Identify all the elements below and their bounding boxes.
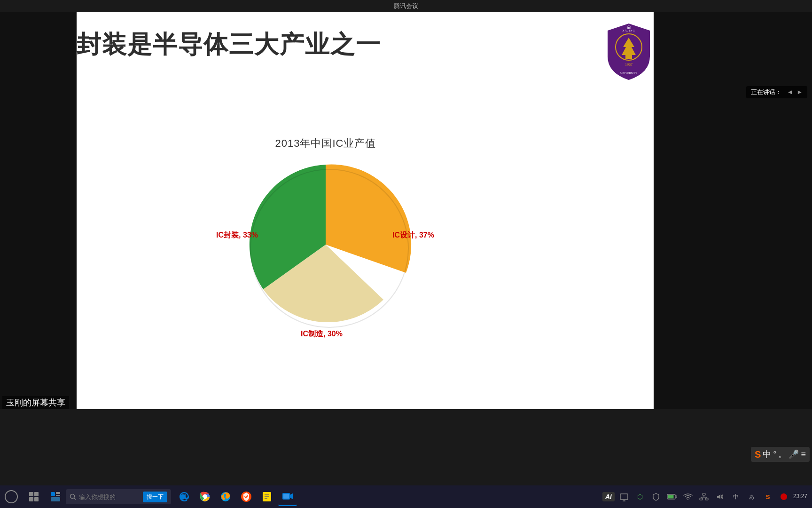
tray-icon-shield[interactable] (649, 490, 663, 503)
notes-icon[interactable] (258, 487, 276, 506)
sogou-icon-dot[interactable]: ° (773, 450, 776, 460)
speaker-arrow-right[interactable]: ► (796, 88, 803, 95)
svg-text:🏛: 🏛 (627, 25, 631, 30)
svg-rect-9 (34, 497, 39, 501)
right-panel (654, 0, 812, 409)
tray-icon-2[interactable]: ⬡ (633, 490, 647, 503)
sogou-icon-mic[interactable]: 🎤 (789, 449, 799, 460)
sogou-bar: S 中 ° 。 🎤 ≡ (751, 447, 810, 462)
slide-title: 封装是半导体三大产业之一 (77, 28, 381, 61)
svg-rect-25 (283, 494, 289, 499)
svg-point-14 (70, 494, 75, 499)
search-input[interactable] (79, 493, 140, 500)
screen-share-label: 玉刚的屏幕共享 (2, 396, 69, 409)
tencent-meeting-icon[interactable] (278, 487, 297, 506)
system-tray: Ai ⬡ (602, 490, 812, 503)
tray-icon-ime[interactable]: あ (745, 490, 758, 503)
svg-rect-6 (29, 492, 33, 496)
edge-icon[interactable] (175, 487, 194, 506)
svg-rect-7 (34, 492, 39, 496)
firefox-icon[interactable] (216, 487, 235, 506)
title-bar-text: 腾讯会议 (394, 2, 418, 10)
tray-icon-sogou[interactable]: S (761, 490, 774, 503)
sogou-icon-zh[interactable]: 中 (763, 449, 771, 460)
ai-button[interactable]: Ai (602, 492, 615, 501)
tray-icon-volume[interactable] (713, 490, 726, 503)
tray-icon-1[interactable] (617, 490, 631, 503)
speaker-arrow-left[interactable]: ◄ (787, 88, 793, 95)
tray-notification[interactable] (777, 490, 790, 503)
sogou-icon-more[interactable]: ≡ (801, 450, 806, 460)
start-button[interactable] (0, 485, 23, 508)
pie-chart (236, 155, 415, 343)
svg-rect-30 (668, 495, 673, 499)
svg-rect-33 (705, 498, 708, 500)
svg-rect-13 (51, 497, 60, 501)
start-circle-icon (5, 490, 18, 503)
pie-chart-container (77, 155, 575, 343)
security-icon[interactable] (237, 487, 256, 506)
chart-title: 2013年中国IC业产值 (77, 136, 575, 151)
svg-line-15 (74, 498, 76, 500)
svg-rect-12 (56, 495, 60, 496)
title-bar: 腾讯会议 (0, 0, 812, 12)
label-ic-design: IC设计, 37% (392, 230, 434, 240)
svg-rect-32 (700, 498, 703, 500)
svg-rect-10 (51, 492, 55, 496)
speaker-label: 正在讲话： ◄ ► (746, 86, 807, 98)
taskbar-apps (175, 487, 297, 506)
widgets-button[interactable] (45, 485, 66, 508)
sogou-icon-s[interactable]: S (755, 449, 761, 460)
tray-icon-wifi[interactable] (681, 490, 695, 503)
svg-rect-26 (620, 494, 628, 500)
svg-rect-31 (703, 493, 705, 495)
pie-slice-design (326, 165, 411, 273)
svg-point-38 (781, 493, 787, 500)
taskview-button[interactable] (23, 485, 45, 508)
time-display: 23:27 (793, 493, 807, 500)
svg-point-17 (203, 495, 207, 499)
taskbar: 搜一下 (0, 485, 812, 508)
svg-rect-8 (29, 497, 33, 501)
svg-rect-11 (56, 492, 60, 494)
taskbar-time[interactable]: 23:27 (793, 493, 807, 500)
bottom-strip: S 中 ° 。 🎤 ≡ (0, 409, 812, 485)
tray-icon-language[interactable]: 中 (729, 490, 742, 503)
svg-text:UNIVERSITY: UNIVERSITY (620, 71, 638, 74)
search-box[interactable]: 搜一下 (66, 489, 171, 504)
chrome-icon[interactable] (195, 487, 214, 506)
svg-text:1967: 1967 (625, 63, 632, 67)
search-button[interactable]: 搜一下 (143, 492, 167, 502)
sogou-icon-punc[interactable]: 。 (778, 449, 787, 460)
university-logo: 1967 XAJING UNIVERSITY 🏛 (605, 21, 652, 82)
label-ic-manufacturing: IC制造, 30% (301, 329, 343, 339)
label-ic-packaging: IC封装, 33% (216, 230, 258, 240)
left-panel (0, 0, 77, 409)
tray-icon-battery[interactable] (665, 490, 679, 503)
tray-icon-network[interactable] (697, 490, 710, 503)
